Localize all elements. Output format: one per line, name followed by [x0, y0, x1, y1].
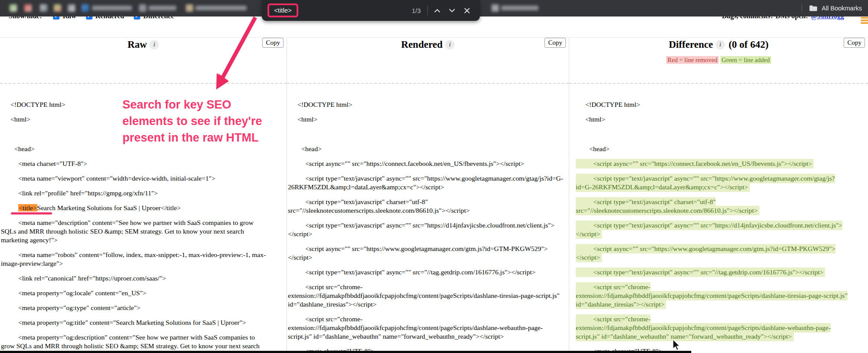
raw-column-title: Rawi: [128, 38, 159, 50]
find-close-button[interactable]: [459, 3, 474, 18]
code-line: <script async="" src="https://connect.fa…: [288, 159, 566, 168]
find-in-page-bar: <title> 1/3: [262, 0, 480, 21]
blank-line: [576, 130, 850, 139]
code-line: <meta name="viewport" content="width=dev…: [1, 174, 267, 183]
find-match-highlight: <title>: [18, 204, 37, 211]
code-line: <script type="text/javascript" charset="…: [288, 198, 566, 215]
redacted-bookmark[interactable]: [186, 4, 193, 12]
find-query-annotation-box: <title>: [267, 3, 298, 17]
diff-added-text: <script async="" src="https://www.google…: [576, 244, 835, 262]
redacted-bookmark[interactable]: [92, 6, 132, 10]
info-icon[interactable]: i: [149, 40, 159, 49]
code-line: <!DOCTYPE html>: [1, 100, 267, 109]
hamburger-menu-icon[interactable]: [861, 17, 868, 25]
code-line: <link rel="canonical" href="https://upro…: [1, 274, 267, 283]
copy-button[interactable]: Copy: [844, 38, 865, 48]
copy-button[interactable]: Copy: [545, 38, 566, 48]
folder-icon: [809, 5, 818, 12]
bookmarks-divider: [802, 4, 802, 13]
blank-line: [1, 130, 267, 139]
redacted-bookmark[interactable]: [149, 6, 176, 10]
diff-added-line: <script async="" src="https://connect.fa…: [576, 159, 850, 168]
redacted-bookmark[interactable]: [24, 4, 32, 12]
code-line: <meta name="description" content="See ho…: [1, 218, 267, 244]
diff-added-text: <script type="text/javascript" async="" …: [576, 267, 825, 277]
diff-added-line: <script src="chrome-extension://fdjamakp…: [576, 283, 850, 309]
find-previous-button[interactable]: [430, 3, 445, 18]
bottom-edge: [0, 351, 691, 353]
rendered-source-text: <!DOCTYPE html><html><head><script async…: [287, 84, 569, 353]
difference-source-text: <!DOCTYPE html><html><head><script async…: [569, 84, 868, 353]
code-line: <script src="chrome-extension://fdjamakp…: [288, 283, 566, 309]
code-line: <script src="chrome-extension://fdjamakp…: [288, 315, 566, 341]
diff-added-line: <script type="text/javascript" async="" …: [576, 221, 850, 238]
diff-added-text: <script src="chrome-extension://fdjamakp…: [576, 314, 831, 341]
code-line: <html>: [288, 115, 566, 124]
chevron-down-icon: [449, 9, 455, 13]
diff-added-text: <script type="text/javascript" charset="…: [576, 197, 759, 215]
rendered-column-header: Renderedi Copy: [287, 38, 569, 84]
diff-added-line: <script type="text/javascript" async="" …: [576, 268, 850, 277]
close-icon: [464, 8, 470, 13]
raw-source-text: <!DOCTYPE html><html><head><meta charset…: [0, 84, 287, 353]
all-bookmarks-button[interactable]: All Bookmarks: [822, 5, 862, 12]
raw-column: Rawi Copy <!DOCTYPE html><html><head><me…: [0, 38, 287, 353]
find-next-button[interactable]: [445, 3, 459, 18]
code-line: <link rel="profile" href="https://gmpg.o…: [1, 189, 267, 198]
rendered-column: Renderedi Copy <!DOCTYPE html><html><hea…: [287, 38, 569, 353]
diff-added-text: <script type="text/javascript" async="" …: [576, 221, 842, 239]
info-icon[interactable]: i: [445, 40, 455, 49]
redacted-bookmark[interactable]: [40, 4, 47, 12]
code-line: <!DOCTYPE html>: [288, 100, 566, 109]
redacted-bookmark[interactable]: [195, 6, 247, 10]
find-match-count: 1/3: [412, 7, 421, 14]
diff-added-text: <script type="text/javascript" async="" …: [576, 174, 835, 192]
code-line: <title>Search Marketing Solutions for Sa…: [1, 204, 267, 212]
info-icon[interactable]: i: [716, 40, 725, 49]
raw-column-header: Rawi Copy: [0, 38, 287, 84]
rendered-column-title: Renderedi: [401, 38, 455, 50]
redacted-bookmark[interactable]: [68, 4, 75, 12]
code-line: <html>: [1, 115, 267, 124]
code-line: <script type="text/javascript" async="" …: [288, 174, 566, 191]
diff-added-line: <script type="text/javascript" charset="…: [576, 198, 850, 215]
redacted-bookmark[interactable]: [54, 4, 61, 12]
redacted-bookmark[interactable]: [492, 4, 499, 12]
code-line: <meta charset="UTF-8">: [1, 159, 267, 168]
chevron-up-icon: [434, 9, 440, 13]
code-line: <script type="text/javascript" async="" …: [288, 221, 566, 238]
code-line: <head>: [576, 145, 850, 153]
redacted-bookmark[interactable]: [139, 4, 146, 12]
redacted-bookmark[interactable]: [10, 4, 17, 12]
code-line: <meta property="og:locale" content="en_U…: [1, 289, 267, 297]
diff-legend: Red = line removed Green = line added: [569, 56, 868, 64]
diff-added-line: <script async="" src="https://www.google…: [576, 244, 850, 262]
diff-added-text: <script async="" src="https://connect.fa…: [576, 159, 814, 168]
code-line: <script type="text/javascript" async="" …: [288, 268, 566, 277]
code-line: <!DOCTYPE html>: [576, 100, 850, 109]
diff-added-line: <script type="text/javascript" async="" …: [576, 174, 850, 191]
difference-column-header: Differencei(0 of 642) Copy Red = line re…: [569, 38, 868, 84]
code-line: <head>: [1, 145, 267, 153]
code-line: <meta name="robots" content="follow, ind…: [1, 251, 267, 268]
legend-removed: Red = line removed: [666, 56, 719, 64]
code-line: <script async="" src="https://www.google…: [288, 244, 566, 262]
legend-added: Green = line added: [720, 56, 771, 64]
copy-button[interactable]: Copy: [262, 38, 284, 48]
diff-added-text: <script src="chrome-extension://fdjamakp…: [576, 282, 848, 309]
code-line: <head>: [288, 145, 566, 153]
code-line: <meta property="og:title" content="Searc…: [1, 318, 267, 327]
redacted-bookmark[interactable]: [501, 6, 538, 10]
code-line: <html>: [576, 115, 850, 124]
code-line: <meta property="og:description" content=…: [1, 333, 267, 353]
find-bar-divider: [427, 6, 428, 15]
comparison-columns: Rawi Copy <!DOCTYPE html><html><head><me…: [0, 37, 868, 353]
difference-column: Differencei(0 of 642) Copy Red = line re…: [569, 38, 868, 353]
blank-line: [288, 130, 566, 139]
find-search-input[interactable]: <title>: [274, 7, 292, 14]
difference-column-title: Differencei(0 of 642): [669, 38, 769, 50]
code-line: <meta property="og:type" content="articl…: [1, 304, 267, 312]
diff-added-line: <script src="chrome-extension://fdjamakp…: [576, 315, 850, 341]
redacted-bookmark[interactable]: [82, 4, 89, 12]
diff-counter: (0 of 642): [729, 39, 769, 50]
